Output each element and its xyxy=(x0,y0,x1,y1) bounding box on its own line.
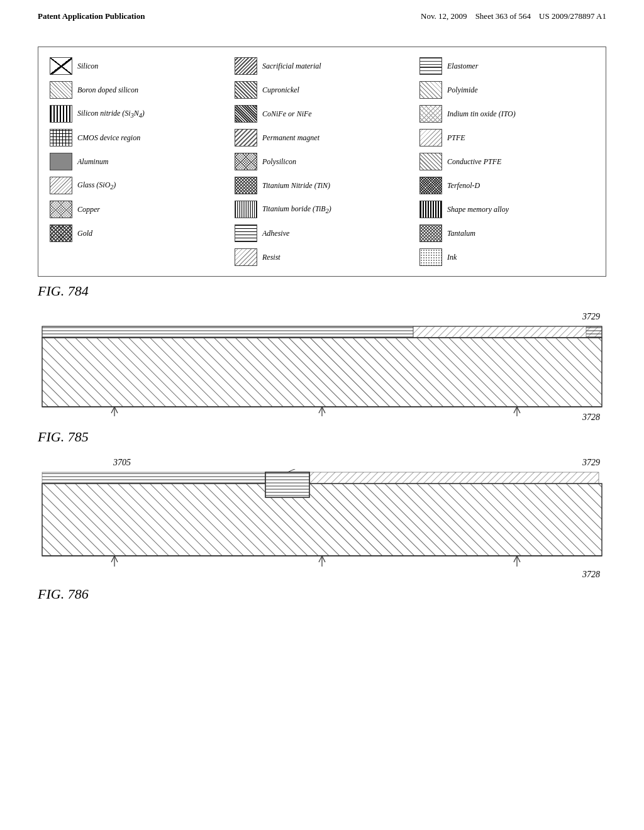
legend-item-sma: Shape memory alloy xyxy=(414,199,599,219)
legend-item-sinit: Silicon nitride (Si3N4) xyxy=(45,104,230,124)
legend-item-terfenol: Terfenol-D xyxy=(414,175,599,196)
legend-item-adhesive: Adhesive xyxy=(230,223,414,243)
legend-item-polyimide: Polyimide xyxy=(414,80,599,100)
swatch-polysi xyxy=(235,153,257,170)
page-header: Patent Application Publication Nov. 12, … xyxy=(0,0,644,28)
label-ptfe: PTFE xyxy=(447,133,465,143)
legend-item-cupronickel: Cupronickel xyxy=(230,80,414,100)
legend-item-tantalum: Tantalum xyxy=(414,223,599,243)
label-glass: Glass (SiO2) xyxy=(77,180,116,191)
publication-title: Patent Application Publication xyxy=(38,11,145,21)
label-sacrificial: Sacrificial material xyxy=(262,62,321,71)
legend-item-gold: Gold xyxy=(45,223,230,243)
swatch-resist xyxy=(235,248,257,266)
legend-item-tib2: Titanium boride (TiB2) xyxy=(230,199,414,219)
legend-item-silicon: Silicon xyxy=(45,56,230,76)
label-silicon: Silicon xyxy=(77,62,98,71)
label-polysi: Polysilicon xyxy=(262,157,296,167)
label-sma: Shape memory alloy xyxy=(447,205,509,214)
ref-3729-786: 3729 xyxy=(582,458,600,468)
fig786-refs-top: 3705 3729 xyxy=(38,458,606,469)
svg-rect-27 xyxy=(42,484,602,556)
swatch-conife xyxy=(235,105,257,123)
legend-item-tin: Titanium Nitride (TiN) xyxy=(230,175,414,196)
label-tib2: Titanium boride (TiB2) xyxy=(262,204,331,214)
legend-item-empty xyxy=(45,247,230,267)
fig785-diagram xyxy=(39,323,605,418)
swatch-copper xyxy=(50,201,72,218)
swatch-tin xyxy=(235,177,257,194)
legend-item-cptfe: Conductive PTFE xyxy=(414,152,599,172)
label-copper: Copper xyxy=(77,205,100,214)
legend-item-ito: Indium tin oxide (ITO) xyxy=(414,104,599,124)
swatch-permag xyxy=(235,129,257,147)
swatch-boron xyxy=(50,81,72,99)
fig785-container: 3729 xyxy=(38,312,606,423)
fig786-label: FIG. 786 xyxy=(38,586,644,602)
swatch-cptfe xyxy=(419,153,442,170)
svg-line-38 xyxy=(514,556,517,562)
legend-item-copper: Copper xyxy=(45,199,230,219)
swatch-glass xyxy=(50,177,72,194)
svg-rect-9 xyxy=(42,338,602,407)
label-ito: Indium tin oxide (ITO) xyxy=(447,109,516,119)
svg-rect-6 xyxy=(42,326,413,338)
ref-3728-786: 3728 xyxy=(38,570,606,580)
swatch-gold xyxy=(50,224,72,242)
svg-line-32 xyxy=(111,556,114,562)
label-polyimide: Polyimide xyxy=(447,86,478,95)
svg-rect-7 xyxy=(413,326,602,338)
legend-item-permag: Permanent magnet xyxy=(230,128,414,148)
swatch-tib2 xyxy=(235,201,257,218)
label-gold: Gold xyxy=(77,229,92,238)
label-terfenol: Terfenol-D xyxy=(447,181,480,191)
label-sinit: Silicon nitride (Si3N4) xyxy=(77,109,145,119)
legend-item-conife: CoNiFe or NiFe xyxy=(230,104,414,124)
fig786-diagram xyxy=(39,469,605,576)
label-tin: Titanium Nitride (TiN) xyxy=(262,181,330,191)
swatch-silicon xyxy=(50,57,72,75)
legend-box: Silicon Sacrificial material Elastomer B… xyxy=(38,47,606,277)
swatch-ink xyxy=(419,248,442,266)
legend-item-boron: Boron doped silicon xyxy=(45,80,230,100)
swatch-tantalum xyxy=(419,224,442,242)
svg-rect-29 xyxy=(265,472,309,497)
swatch-elastomer xyxy=(419,57,442,75)
label-conife: CoNiFe or NiFe xyxy=(262,109,312,119)
legend-item-resist: Resist xyxy=(230,247,414,267)
svg-line-39 xyxy=(517,556,520,562)
label-elastomer: Elastomer xyxy=(447,62,478,71)
ref-3705: 3705 xyxy=(113,458,131,468)
label-resist: Resist xyxy=(262,253,280,262)
fig785-label: FIG. 785 xyxy=(38,429,644,445)
ref-3729-785: 3729 xyxy=(38,312,606,322)
swatch-sinit xyxy=(50,105,72,123)
svg-line-35 xyxy=(319,556,322,562)
swatch-cmos xyxy=(50,129,72,147)
svg-line-40 xyxy=(287,469,309,472)
svg-rect-8 xyxy=(586,326,602,338)
legend-item-ink: Ink xyxy=(414,247,599,267)
label-adhesive: Adhesive xyxy=(262,229,289,238)
swatch-sma xyxy=(419,201,442,218)
swatch-ito xyxy=(419,105,442,123)
swatch-adhesive xyxy=(235,224,257,242)
label-aluminum: Aluminum xyxy=(77,157,108,167)
swatch-terfenol xyxy=(419,177,442,194)
legend-item-glass: Glass (SiO2) xyxy=(45,175,230,196)
swatch-cupronickel xyxy=(235,81,257,99)
label-permag: Permanent magnet xyxy=(262,133,319,143)
label-ink: Ink xyxy=(447,253,457,262)
label-boron: Boron doped silicon xyxy=(77,86,138,95)
legend-item-elastomer: Elastomer xyxy=(414,56,599,76)
swatch-ptfe xyxy=(419,129,442,147)
fig784-label: FIG. 784 xyxy=(38,283,644,299)
svg-rect-24 xyxy=(309,472,599,484)
legend-item-cmos: CMOS device region xyxy=(45,128,230,148)
legend-item-polysi: Polysilicon xyxy=(230,152,414,172)
publication-meta: Nov. 12, 2009 Sheet 363 of 564 US 2009/2… xyxy=(421,11,606,21)
swatch-polyimide xyxy=(419,81,442,99)
label-cmos: CMOS device region xyxy=(77,133,140,143)
svg-line-33 xyxy=(114,556,118,562)
legend-item-ptfe: PTFE xyxy=(414,128,599,148)
